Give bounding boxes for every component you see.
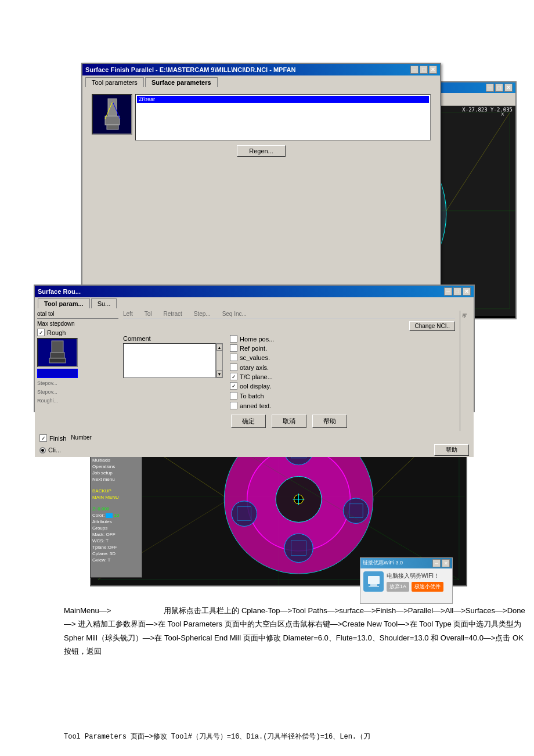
svg-point-41	[232, 501, 257, 526]
cli-radio[interactable]	[39, 447, 46, 453]
rough-tab-tool[interactable]: Tool param...	[38, 298, 90, 308]
finish-checkbox-container: ✓ Finish	[39, 434, 66, 442]
bottom-groups: Groups	[92, 525, 140, 531]
rough-tab-surf[interactable]: Su...	[91, 298, 117, 308]
cli-radio-container: Cli...	[39, 444, 61, 456]
svg-rect-23	[50, 352, 64, 358]
comment-input[interactable]	[123, 343, 216, 378]
bottom-attributes: Attributes	[92, 519, 140, 525]
tool-display-label: ool display.	[240, 383, 271, 390]
to-batch-label: To batch	[240, 393, 264, 399]
finish-parallel-title: Surface Finish Parallel - E:\MASTERCAM 9…	[85, 66, 295, 73]
qq-close-btn[interactable]: ✕	[442, 559, 450, 567]
finish-parallel-window-buttons: ─ □ ✕	[410, 66, 437, 74]
rough-right-edge: le	[460, 311, 471, 431]
ref-point-checkbox[interactable]	[230, 344, 237, 352]
checkboxes-group: Home pos... Ref point. sc_values.	[230, 335, 274, 361]
finish-form-content: ZRrear Regen...	[82, 87, 440, 164]
comment-input-row: ▲ ▼	[123, 343, 223, 378]
to-batch-checkbox[interactable]	[230, 392, 237, 399]
bottom-wcs: WCS: T	[92, 538, 140, 544]
options-col: Home pos... Ref point. sc_values.	[230, 335, 274, 409]
qq-titlebar: 链接优惠WiFi 3.0 ─ ✕	[360, 558, 452, 568]
change-nci-btn[interactable]: Change NCI..	[409, 321, 455, 331]
tool-display-area: ZRrear	[135, 94, 431, 141]
number-label: Number	[71, 434, 92, 442]
bottom-backup[interactable]: BACKUP	[92, 488, 140, 494]
finish-close-btn[interactable]: ✕	[429, 66, 437, 74]
ref-point-cb: Ref point.	[230, 344, 274, 352]
qq-popup-window: 链接优惠WiFi 3.0 ─ ✕ 电脑接入弱势WIFI！ 放弃1A 极速小优件	[360, 557, 453, 604]
bottom-multiaxis[interactable]: Multiaxis	[92, 457, 140, 463]
mono-text-section: Tool Parameters 页面—>修改 Tool#（刀具号）=16、Dia…	[64, 732, 528, 741]
bottom-main-menu[interactable]: MAIN MENU	[92, 494, 140, 501]
svg-line-14	[446, 113, 510, 211]
bottom-operations[interactable]: Operations	[92, 463, 140, 470]
rough-window-buttons: ─ □ ✕	[444, 287, 471, 296]
rough-title: Surface Rou...	[38, 288, 81, 295]
svg-rect-18	[105, 116, 120, 125]
rotary-axis-label: otary axis.	[240, 364, 269, 371]
selected-tool: ZRrear	[137, 96, 429, 103]
finish-buttons: 确定 取消 帮助	[123, 412, 455, 431]
rough-max-stepdown: Max stepdown	[37, 321, 118, 327]
finish-checkbox[interactable]: ✓	[39, 434, 47, 442]
rough-tab-strip: Tool param... Su...	[35, 297, 474, 308]
tool-icon	[92, 94, 132, 135]
mono-text-paragraph: Tool Parameters 页面—>修改 Tool#（刀具号）=16、Dia…	[64, 732, 528, 741]
mastercam-close-btn[interactable]: ✕	[504, 84, 513, 92]
scroll-up[interactable]: ▲	[217, 344, 222, 351]
comment-scrollbar[interactable]: ▲ ▼	[216, 343, 223, 378]
finish-max-btn[interactable]: □	[420, 66, 428, 74]
bottom-color: Color: 10	[92, 512, 140, 519]
mastercam-max-btn[interactable]: □	[495, 84, 503, 92]
sc-values-checkbox[interactable]	[230, 354, 237, 361]
comment-label-area: Comment ▲ ▼	[123, 335, 223, 378]
bottom-cplane: Cplane: 3D	[92, 550, 140, 557]
finish-confirm-btn[interactable]: 确定	[231, 415, 266, 428]
col-seq-inc: Seq Inc...	[222, 311, 247, 317]
rotary-axis-checkbox[interactable]	[230, 363, 237, 371]
rough-min-btn[interactable]: ─	[444, 287, 452, 296]
comment-label: Comment	[123, 335, 223, 342]
tool-param-area: ZRrear	[87, 92, 435, 143]
rough-max-btn[interactable]: □	[453, 287, 461, 296]
mastercam-min-btn[interactable]: ─	[486, 84, 494, 92]
tc-plane-checkbox[interactable]: ✓	[230, 373, 237, 380]
qq-text-area: 电脑接入弱势WIFI！ 放弃1A 极速小优件	[387, 572, 443, 592]
tab-surface-params[interactable]: Surface parameters	[145, 77, 218, 87]
finish-cancel-btn[interactable]: 取消	[272, 415, 306, 428]
col-left: Left	[123, 311, 133, 317]
rough-header-row: Left Tol Retract Step... Seq Inc...	[123, 311, 455, 319]
finish-tab-strip: Tool parameters Surface parameters	[82, 75, 440, 87]
qq-speed-up-btn[interactable]: 极速小优件	[412, 582, 443, 592]
sc-values-label: sc_values.	[240, 354, 270, 361]
tool-display-checkbox[interactable]: ✓	[230, 382, 237, 390]
anned-text-checkbox[interactable]	[230, 402, 237, 409]
rough-right-label: le	[460, 311, 468, 321]
sc-values-cb: sc_values.	[230, 354, 274, 361]
scroll-down[interactable]: ▼	[217, 370, 222, 377]
rough-checkbox[interactable]: ✓	[37, 329, 45, 336]
cli-row: Cli... 帮助	[35, 443, 474, 457]
home-pos-cb: Home pos...	[230, 335, 274, 343]
tab-tool-params[interactable]: Tool parameters	[85, 77, 144, 87]
rough-close-btn[interactable]: ✕	[463, 287, 471, 296]
finish-help-btn[interactable]: 帮助	[312, 415, 347, 428]
home-pos-checkbox[interactable]	[230, 335, 237, 343]
bottom-job-setup[interactable]: Job setup	[92, 470, 140, 476]
qq-window-buttons: ─ ✕	[432, 559, 450, 567]
to-batch-cb: To batch	[230, 392, 274, 399]
rough-help-btn[interactable]: 帮助	[434, 444, 469, 456]
bottom-next-menu[interactable]: Next menu	[92, 476, 140, 483]
finish-min-btn[interactable]: ─	[410, 66, 418, 74]
tool-display-cb: ✓ ool display.	[230, 382, 274, 390]
qq-min-btn[interactable]: ─	[432, 559, 441, 567]
tool-svg	[93, 96, 131, 134]
finish-parallel-window: Surface Finish Parallel - E:\MASTERCAM 9…	[81, 63, 441, 289]
svg-rect-19	[107, 125, 118, 129]
qq-give-up-btn[interactable]: 放弃1A	[387, 582, 409, 592]
home-pos-label: Home pos...	[240, 336, 274, 343]
computer-svg	[366, 574, 382, 590]
regen-button[interactable]: Regen...	[237, 145, 286, 157]
